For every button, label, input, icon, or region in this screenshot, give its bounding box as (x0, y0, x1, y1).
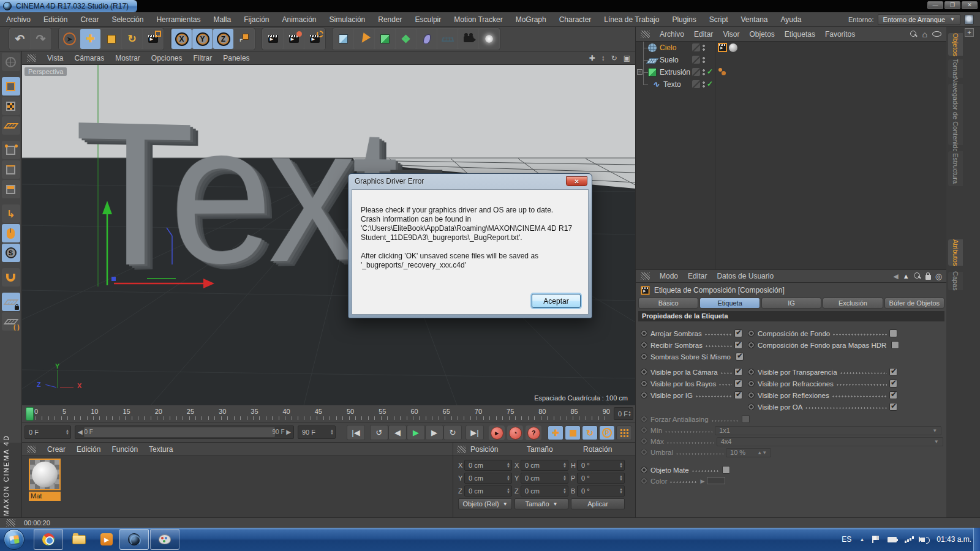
animation-dot-icon[interactable] (748, 330, 755, 337)
material-menu-item[interactable]: Crear (47, 445, 66, 454)
visibility-dots-icon[interactable] (703, 44, 705, 51)
add-light-button[interactable] (479, 29, 499, 49)
visibility-dots-icon[interactable] (703, 81, 705, 88)
menubar-item[interactable]: Animación (282, 15, 317, 24)
side-tab-objetos[interactable]: Objetos (948, 33, 963, 56)
previous-frame-button[interactable]: ◀ (388, 425, 407, 440)
material-menu-item[interactable]: Textura (149, 445, 173, 454)
add-generator-button[interactable] (375, 29, 395, 49)
coordinate-mode-dropdown[interactable]: Objeto (Rel)▼ (458, 498, 512, 509)
menubar-item[interactable]: Motion Tracker (454, 15, 502, 24)
object-manager-menu-item[interactable]: Archivo (660, 30, 684, 39)
tray-expand-icon[interactable]: ▲ (859, 537, 864, 542)
key-position-toggle[interactable]: ✚ (548, 425, 564, 440)
make-editable-button[interactable] (2, 53, 20, 71)
menubar-item[interactable]: Render (378, 15, 402, 24)
camera-label[interactable]: Perspectiva (24, 67, 67, 76)
menubar-item[interactable]: Ventana (741, 15, 767, 24)
animation-dot-icon[interactable] (748, 342, 755, 348)
side-tab-capas[interactable]: Capas (948, 272, 963, 290)
key-rotation-toggle[interactable]: ↻ (582, 425, 598, 440)
zoom-view-icon[interactable]: ↕ (601, 54, 605, 62)
attribute-tab-etiqueta[interactable]: Etiqueta (699, 298, 760, 309)
add-modeling-button[interactable]: ❖ (396, 29, 416, 49)
target-icon[interactable]: ◎ (935, 272, 942, 281)
layer-swatch-icon[interactable] (692, 80, 700, 88)
attribute-tab-básico[interactable]: Básico (638, 298, 698, 309)
close-button[interactable]: ✕ (962, 1, 978, 9)
add-environment-button[interactable] (437, 29, 458, 49)
property-checkbox[interactable] (734, 329, 742, 337)
coordinate-field[interactable]: 0 cm▲▼ (521, 485, 568, 497)
menubar-item[interactable]: MoGraph (516, 15, 546, 24)
viewport-menu-item[interactable]: Mostrar (115, 54, 140, 62)
action-center-flag-icon[interactable] (872, 536, 880, 543)
menubar-item[interactable]: Selección (111, 15, 143, 24)
render-settings-button[interactable] (304, 29, 325, 49)
add-deformer-button[interactable] (417, 29, 437, 49)
animation-dot-icon[interactable] (641, 342, 647, 348)
key-scale-toggle[interactable] (565, 425, 581, 440)
composition-tag-icon[interactable] (718, 43, 727, 52)
animation-dot-icon[interactable] (748, 403, 755, 410)
enabled-check-icon[interactable]: ✓ (707, 80, 713, 88)
taskbar-chrome-button[interactable] (34, 529, 63, 550)
property-checkbox[interactable] (889, 403, 897, 411)
side-tab-navegador-de-contenido[interactable]: Navegador de Contenido (948, 84, 963, 145)
animation-dot-icon[interactable] (748, 380, 755, 387)
coordinate-system-button[interactable]: ⌐ (234, 29, 254, 49)
panel-grip-icon[interactable] (27, 446, 36, 453)
menubar-item[interactable]: Ayuda (781, 15, 802, 24)
panel-grip-icon[interactable] (27, 54, 36, 62)
move-tool[interactable]: ✚ (80, 29, 100, 49)
object-manager-menu-item[interactable]: Objetos (750, 30, 775, 39)
side-tab-tomas[interactable]: Tomas (948, 59, 963, 78)
lock-x-axis-button[interactable]: X (172, 29, 192, 49)
keyframe-options-button[interactable]: ? (526, 425, 541, 440)
taskbar-clock[interactable]: 01:43 a.m. (937, 535, 971, 544)
layer-swatch-icon[interactable] (692, 56, 700, 64)
stepper-icon[interactable]: ▲▼ (563, 460, 567, 470)
stepper-icon[interactable]: ▲▼ (619, 473, 623, 483)
property-checkbox[interactable] (889, 380, 897, 388)
tool-history-button[interactable] (143, 29, 163, 49)
object-row[interactable]: Suelo (636, 54, 947, 66)
frame-range-slider[interactable]: ◀ 0 F 90 F ▶ (75, 425, 294, 439)
stepper-icon[interactable]: ▲▼ (507, 460, 510, 470)
animation-dot-icon[interactable] (748, 392, 755, 399)
coordinate-field[interactable]: 0 cm▲▼ (521, 473, 568, 484)
coordinate-field[interactable]: 0 cm▲▼ (464, 473, 512, 484)
stepper-icon[interactable]: ▲▼ (563, 473, 567, 483)
viewport-menu-item[interactable]: Filtrar (194, 54, 213, 62)
property-checkbox[interactable] (734, 391, 742, 399)
viewport-menu-item[interactable]: Vista (47, 54, 63, 62)
animation-dot-icon[interactable] (641, 330, 647, 337)
timeline-playhead[interactable] (26, 407, 34, 421)
home-icon[interactable]: ⌂ (922, 31, 927, 38)
enabled-check-icon[interactable]: ✓ (707, 67, 713, 76)
end-frame-spinner[interactable]: 90 F ▲▼ (298, 425, 336, 439)
property-checkbox[interactable] (734, 368, 742, 376)
go-to-start-button[interactable]: |◀ (347, 425, 365, 440)
property-checkbox[interactable] (734, 380, 742, 388)
coordinate-field[interactable]: 0 °▲▼ (577, 460, 625, 471)
object-manager-menu-item[interactable]: Favoritos (825, 30, 855, 39)
texture-mode-button[interactable] (2, 97, 20, 115)
attribute-tab-exclusión[interactable]: Exclusión (823, 298, 883, 309)
menubar-item[interactable]: Malla (213, 15, 231, 24)
object-name[interactable]: Texto (663, 80, 681, 89)
history-back-icon[interactable]: ◀ (893, 272, 898, 280)
undo-button[interactable]: ↶ (10, 29, 30, 49)
animation-dot-icon[interactable] (641, 467, 647, 473)
add-panel-button[interactable]: + (965, 28, 974, 37)
object-row[interactable]: −Extrusión✓ (636, 66, 947, 78)
add-primitive-button[interactable] (333, 29, 353, 49)
visibility-dots-icon[interactable] (703, 56, 705, 64)
material-thumbnail[interactable] (29, 459, 61, 490)
key-point-level-toggle[interactable] (616, 425, 632, 440)
layer-swatch-icon[interactable] (692, 68, 700, 76)
start-button[interactable] (4, 529, 24, 550)
object-manager-menu-item[interactable]: Editar (694, 30, 713, 39)
object-name[interactable]: Extrusión (660, 68, 690, 77)
stepper-icon[interactable]: ▲▼ (507, 473, 510, 483)
